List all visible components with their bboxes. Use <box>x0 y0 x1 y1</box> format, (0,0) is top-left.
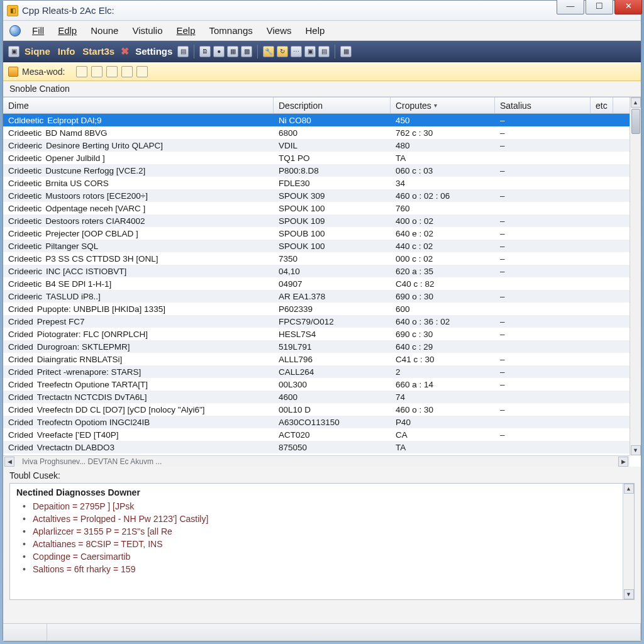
table-row[interactable]: CridedPupopte: UNBPLIB [HKIDa] 1335]P602… <box>3 303 630 315</box>
cell-name: CrideeticOpener Julbild ] <box>3 153 274 163</box>
refresh-icon[interactable]: ↻ <box>277 46 288 57</box>
secondary-icon-2[interactable] <box>91 66 103 77</box>
cell-satalius: – <box>495 128 591 138</box>
column-header-description[interactable]: Description <box>274 97 391 113</box>
cell-name: CridedPupopte: UNBPLIB [HKIDa] 1335] <box>3 304 274 314</box>
menu-fill[interactable]: Fill <box>26 23 50 38</box>
mesa-label: Mesa-wod: <box>22 67 65 77</box>
row-rest: Vrectactn DLABDO3 <box>37 443 114 452</box>
toolbar-icon-2[interactable]: ▤ <box>177 46 189 57</box>
table-row[interactable]: CrideeticDustcune Rerfogg [VCE.2]P800:8.… <box>3 164 630 177</box>
cell-description: 04907 <box>274 279 391 289</box>
table-row[interactable]: CrideericTASLUD iP8..]AR EA1.378690 o : … <box>3 290 630 303</box>
table-row[interactable]: CridedPrepest FC7FPCS79/O012640 o : 36 :… <box>3 315 630 328</box>
scroll-up-icon[interactable]: ▲ <box>631 97 641 108</box>
horizontal-scrollbar[interactable]: ◀ Iviva Proghsunev... DEVTAN Ec Akuvm ..… <box>3 455 630 467</box>
scroll-left-icon[interactable]: ◀ <box>4 457 14 467</box>
table-row[interactable]: CrideeticOdpentage neceh [VARC ]SPOUK 10… <box>3 202 630 214</box>
toolbar-icon-1[interactable]: ▣ <box>8 46 19 57</box>
menu-edlp[interactable]: Edlp <box>52 23 83 38</box>
grid-icon[interactable]: ▦ <box>340 46 352 57</box>
toolbar-separator-3 <box>335 45 335 58</box>
diag-scroll-up-icon[interactable]: ▲ <box>624 484 634 494</box>
cell-name: CrideericDesinore Berting Urito QLAPC] <box>3 141 274 150</box>
menu-vistulio[interactable]: Vistulio <box>126 23 169 38</box>
table-row[interactable]: CrideeticBrnita US CORSFDLE3034 <box>3 177 630 189</box>
more-icon[interactable]: ⋯ <box>291 46 302 57</box>
row-rest: Durogroan: SKTLEPMR] <box>37 342 130 352</box>
menu-tomnangs[interactable]: Tomnangs <box>203 23 259 38</box>
globe-icon <box>9 25 21 36</box>
table-row[interactable]: CrideericDesinore Berting Urito QLAPC]VD… <box>3 139 630 152</box>
column-header-name[interactable]: Dime <box>3 97 274 113</box>
column-header-etc[interactable]: etc <box>591 97 613 113</box>
secondary-icon-3[interactable] <box>106 66 118 77</box>
settings-button[interactable]: Settings <box>133 46 175 57</box>
table-row[interactable]: CridedDurogroan: SKTLEPMR]519L791640 c :… <box>3 340 630 353</box>
scroll-thumb[interactable] <box>631 109 640 134</box>
minimize-button[interactable]: — <box>557 0 584 14</box>
table-row[interactable]: CridedDiaingratic RNBLATSi]ALLL796C41 c … <box>3 353 630 365</box>
table-row[interactable]: CridedPritect -wrenapore: STARS]CALL2642… <box>3 365 630 378</box>
grid-body[interactable]: CdldeeticEclpropt DAl;9Ni CO80450–Cridee… <box>3 114 630 455</box>
signe-button[interactable]: Siqne <box>22 46 53 57</box>
row-prefix: Crideetic <box>8 166 42 175</box>
table-row[interactable]: CridedTreefectn Oputione TARTA[T]00L3006… <box>3 378 630 391</box>
table-row[interactable]: CridedVreefacte ['ED [T40P]ACT020CA– <box>3 428 630 441</box>
table-row[interactable]: CridedTrectactn NCTCDIS DvTA6L]460074 <box>3 391 630 403</box>
row-rest: Brnita US CORS <box>45 179 109 188</box>
cell-description: ALLL796 <box>274 355 391 364</box>
table-row[interactable]: CrideeticBD Namd 8BVG6800762 c : 30– <box>3 126 630 139</box>
column-header-croputes[interactable]: Croputes <box>391 97 495 113</box>
diag-scroll-down-icon[interactable]: ▼ <box>624 589 634 599</box>
secondary-icon-4[interactable] <box>121 66 133 77</box>
table-row[interactable]: CrideeticDestoors roters CIAR4002SPOUK 1… <box>3 214 630 227</box>
table-row[interactable]: CrideericINC [ACC ISTIOBVT]04,10620 a : … <box>3 265 630 277</box>
menu-eelp[interactable]: Eelp <box>170 23 202 38</box>
close-button[interactable]: ✕ <box>614 0 642 14</box>
table-row[interactable]: CrideeticP3 SS CS CTTDSD 3H [ONL]7350000… <box>3 252 630 265</box>
row-prefix: Crideetic <box>8 216 42 226</box>
close-x-icon[interactable]: ✖ <box>119 45 130 57</box>
table-row[interactable]: CrideeticPiltanger SQLSPOUK 100440 c : 0… <box>3 240 630 252</box>
toolbar-icon-7[interactable]: ▣ <box>304 46 316 57</box>
row-prefix: Crideetic <box>8 179 42 188</box>
table-row[interactable]: CrideeticB4 SE DPl 1-H-1]04907C40 c : 82 <box>3 277 630 290</box>
row-prefix: Crided <box>8 330 33 339</box>
diagnostics-item: Saltions = 6ft rharky = 159 <box>23 563 616 575</box>
table-row[interactable]: CdldeeticEclpropt DAl;9Ni CO80450– <box>3 114 630 126</box>
secondary-icon-1[interactable] <box>76 66 87 77</box>
row-prefix: Crideetic <box>8 279 42 289</box>
wrench-icon[interactable]: 🔧 <box>263 46 274 57</box>
toolbar-icon-4[interactable]: ● <box>213 46 225 57</box>
menu-views[interactable]: Views <box>260 23 298 38</box>
scroll-down-icon[interactable]: ▼ <box>631 445 641 455</box>
start-button[interactable]: Start3s <box>80 46 117 57</box>
row-rest: Desinore Berting Urito QLAPC] <box>46 141 163 150</box>
secondary-toolbar: Mesa-wod: <box>3 62 641 81</box>
toolbar-icon-5[interactable]: ▦ <box>227 46 238 57</box>
menu-noune[interactable]: Noune <box>84 23 125 38</box>
vertical-scrollbar[interactable]: ▲ ▼ <box>630 97 641 455</box>
column-header-satalius[interactable]: Satalius <box>495 97 591 113</box>
table-row[interactable]: CridedTreofectn Opotiom INGCl24IBA630CO1… <box>3 416 630 428</box>
scroll-right-icon[interactable]: ▶ <box>618 457 628 467</box>
table-row[interactable]: CrideeticMustoors rotors [ECE200÷]SPOUK … <box>3 189 630 202</box>
menu-help[interactable]: Help <box>299 23 331 38</box>
overflow-row-text: Iviva Proghsunev... DEVTAN Ec Akuvm ... <box>16 457 617 466</box>
secondary-icon-5[interactable] <box>136 66 148 77</box>
diagnostics-scrollbar[interactable]: ▲ ▼ <box>623 484 634 599</box>
maximize-button[interactable]: ☐ <box>586 0 613 14</box>
table-row[interactable]: CrideeticPrejecter [OOP CBLAD ]SPOUB 100… <box>3 227 630 240</box>
info-button[interactable]: Info <box>55 46 78 57</box>
cell-satalius: – <box>495 430 591 440</box>
toolbar-icon-3[interactable]: 🗎 <box>199 46 211 57</box>
titlebar[interactable]: ◧ Cpp Rleats-b 2Ac Elc: — ☐ ✕ <box>3 1 641 21</box>
cell-satalius: – <box>495 191 591 201</box>
toolbar-icon-8[interactable]: ▤ <box>318 46 330 57</box>
toolbar-icon-6[interactable]: ▩ <box>241 46 252 57</box>
table-row[interactable]: CrideeticOpener Julbild ]TQ1 POTA <box>3 152 630 164</box>
table-row[interactable]: CridedVreefectn DD CL [DO7] [yCD [nolocy… <box>3 403 630 416</box>
table-row[interactable]: CridedVrectactn DLABDO3875050TA <box>3 441 630 453</box>
table-row[interactable]: CridedPiotograter: FLC [ONRPLCH]HESL7S46… <box>3 328 630 340</box>
